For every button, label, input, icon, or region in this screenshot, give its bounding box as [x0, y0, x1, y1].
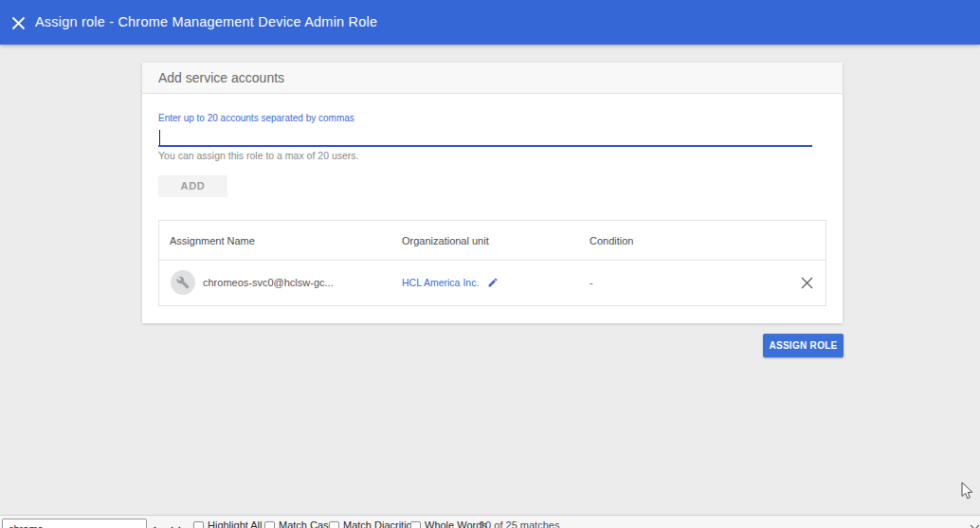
findbar-close-icon[interactable] [966, 520, 980, 528]
organizational-unit-link[interactable]: HCL America Inc. [402, 261, 479, 304]
whole-words-checkbox[interactable] [410, 521, 421, 528]
add-service-accounts-card: Add service accounts Enter up to 20 acco… [142, 63, 843, 323]
highlight-all-checkbox[interactable] [193, 521, 204, 528]
match-case-checkbox[interactable] [264, 521, 275, 528]
assign-role-button[interactable]: ASSIGN ROLE [763, 334, 844, 357]
column-header-condition: Condition [590, 221, 633, 261]
card-title: Add service accounts [142, 63, 843, 94]
remove-row-icon[interactable] [797, 273, 816, 292]
find-input[interactable] [2, 519, 147, 528]
find-previous-button[interactable] [146, 520, 163, 528]
highlight-all-label[interactable]: Highlight All [208, 519, 262, 528]
avatar [171, 270, 195, 295]
edit-pencil-icon[interactable] [487, 277, 499, 288]
whole-words-label[interactable]: Whole Words [425, 519, 487, 528]
match-diacritics-label[interactable]: Match Diacritics [343, 519, 417, 528]
accounts-input-label: Enter up to 20 accounts separated by com… [158, 113, 354, 123]
text-caret [159, 130, 160, 145]
find-next-button[interactable] [167, 520, 184, 528]
accounts-helper-text: You can assign this role to a max of 20 … [158, 150, 358, 161]
add-button[interactable]: ADD [158, 175, 227, 197]
accounts-input[interactable] [158, 125, 812, 147]
column-header-assignment-name: Assignment Name [170, 221, 255, 261]
table-header-row: Assignment Name Organizational unit Cond… [159, 221, 826, 261]
condition-value: - [590, 261, 593, 304]
assignment-name-value: chromeos-svc0@hclsw-gc... [203, 261, 334, 304]
table-row: chromeos-svc0@hclsw-gc... HCL America In… [159, 261, 826, 304]
dialog-title: Assign role - Chrome Management Device A… [35, 0, 377, 45]
match-case-label[interactable]: Match Case [279, 519, 335, 528]
mouse-cursor-icon [961, 482, 973, 503]
dialog-header: Assign role - Chrome Management Device A… [0, 0, 980, 45]
wrench-icon [176, 276, 190, 289]
match-status: 10 of 25 matches [480, 519, 559, 528]
assignments-table: Assignment Name Organizational unit Cond… [158, 220, 826, 306]
close-icon[interactable] [6, 10, 30, 35]
browser-findbar: Highlight All Match Case Match Diacritic… [0, 515, 980, 528]
match-diacritics-checkbox[interactable] [329, 521, 339, 528]
column-header-organizational-unit: Organizational unit [402, 221, 489, 261]
